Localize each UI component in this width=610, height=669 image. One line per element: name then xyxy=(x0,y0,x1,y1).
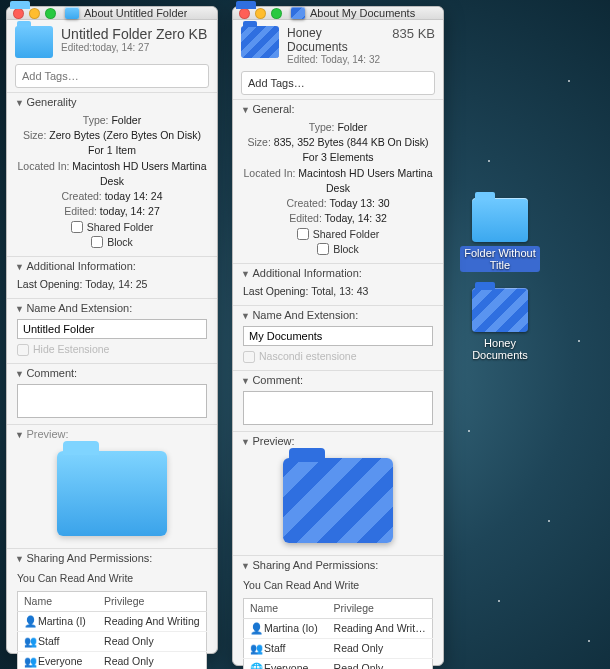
type-label: Type: xyxy=(309,121,335,133)
section-name-ext[interactable]: Name And Extension: xyxy=(233,306,443,324)
desktop-item-label: Folder Without Title xyxy=(460,246,540,272)
minimize-icon[interactable] xyxy=(29,8,40,19)
folder-icon xyxy=(15,26,53,58)
col-name: Name xyxy=(244,598,328,618)
type-value: Folder xyxy=(111,114,141,126)
titlebar[interactable]: About My Documents xyxy=(233,7,443,20)
sharing-note: You Can Read And Write xyxy=(243,576,433,597)
row-priv[interactable]: Read Only xyxy=(328,659,433,669)
edited-label: Edited: xyxy=(64,205,97,217)
size-label: Size: xyxy=(248,136,271,148)
tags-field[interactable] xyxy=(15,64,209,88)
last-open-label: Last Opening: xyxy=(243,285,308,297)
zoom-icon[interactable] xyxy=(45,8,56,19)
type-value: Folder xyxy=(337,121,367,133)
size-value: 835, 352 Bytes (844 KB On Disk) For 3 El… xyxy=(274,136,429,163)
section-general[interactable]: Generality xyxy=(7,93,217,111)
shared-checkbox[interactable] xyxy=(297,228,309,240)
minimize-icon[interactable] xyxy=(255,8,266,19)
section-sharing[interactable]: Sharing And Permissions: xyxy=(7,549,217,567)
desktop-folder-honey-documents[interactable]: Honey Documents xyxy=(460,288,540,362)
block-label: Block xyxy=(333,242,359,257)
row-name: Everyone xyxy=(38,655,82,667)
permissions-table: NamePrivilege 👤Martina (Io)Reading And W… xyxy=(243,598,433,669)
tags-input[interactable] xyxy=(241,71,435,95)
comment-input[interactable] xyxy=(17,384,207,418)
section-additional[interactable]: Additional Information: xyxy=(233,264,443,282)
block-checkbox[interactable] xyxy=(91,236,103,248)
name-input[interactable] xyxy=(17,319,207,339)
row-priv[interactable]: Read Only xyxy=(328,639,433,659)
desktop-folder-no-title[interactable]: Folder Without Title xyxy=(460,198,540,272)
edited-value: Today, 14: 32 xyxy=(325,212,387,224)
section-preview[interactable]: Preview: xyxy=(233,432,443,450)
user-icon: 👤 xyxy=(24,614,36,629)
permissions-table: NamePrivilege 👤Martina (I)Reading And Wr… xyxy=(17,591,207,669)
header-subtitle: Edited:today, 14: 27 xyxy=(61,42,209,53)
header-title: Untitled Folder Zero KB xyxy=(61,26,209,42)
section-additional[interactable]: Additional Information: xyxy=(7,257,217,275)
table-row[interactable]: 👥StaffRead Only xyxy=(244,639,433,659)
location-label: Located In: xyxy=(243,167,295,179)
group-icon: 👥 xyxy=(24,634,36,649)
sharing-note: You Can Read And Write xyxy=(17,569,207,590)
window-title: About Untitled Folder xyxy=(84,7,187,19)
table-row[interactable]: 🌐EveryoneRead Only xyxy=(244,659,433,669)
last-open-value: Today, 14: 25 xyxy=(85,278,147,290)
titlebar-folder-icon xyxy=(65,7,79,19)
location-value: Macintosh HD Users Martina Desk xyxy=(298,167,432,194)
row-priv[interactable]: Read Only xyxy=(98,632,206,652)
section-sharing[interactable]: Sharing And Permissions: xyxy=(233,556,443,574)
created-label: Created: xyxy=(62,190,102,202)
header-size: 835 KB xyxy=(392,26,435,41)
table-row[interactable]: 👤Martina (Io)Reading And Writing xyxy=(244,618,433,638)
table-row[interactable]: 👥StaffRead Only xyxy=(18,632,207,652)
table-row[interactable]: 👤Martina (I)Reading And Writing xyxy=(18,611,207,631)
name-input[interactable] xyxy=(243,326,433,346)
row-name: Staff xyxy=(38,635,59,647)
hide-ext-checkbox xyxy=(17,344,29,356)
titlebar[interactable]: About Untitled Folder xyxy=(7,7,217,20)
created-value: today 14: 24 xyxy=(105,190,163,202)
tags-input[interactable] xyxy=(15,64,209,88)
size-value: Zero Bytes (Zero Bytes On Disk) For 1 It… xyxy=(49,129,201,156)
window-title: About My Documents xyxy=(310,7,415,19)
header-title: Honey Documents xyxy=(287,26,384,54)
section-general[interactable]: General: xyxy=(233,100,443,118)
group-icon: 👥 xyxy=(24,654,36,669)
row-name: Martina (I) xyxy=(38,615,86,627)
close-icon[interactable] xyxy=(13,8,24,19)
section-comment[interactable]: Comment: xyxy=(233,371,443,389)
table-row[interactable]: 👥EveryoneRead Only xyxy=(18,652,207,669)
row-name: Martina (Io) xyxy=(264,622,318,634)
tags-field[interactable] xyxy=(241,71,435,95)
row-name: Everyone xyxy=(264,662,308,669)
preview-folder-icon xyxy=(57,451,167,536)
hide-ext-label: Hide Estensione xyxy=(33,342,109,357)
preview-folder-icon xyxy=(283,458,393,543)
comment-input[interactable] xyxy=(243,391,433,425)
section-preview[interactable]: Preview: xyxy=(7,425,217,443)
shared-checkbox[interactable] xyxy=(71,221,83,233)
folder-icon xyxy=(472,288,528,332)
zoom-icon[interactable] xyxy=(271,8,282,19)
size-label: Size: xyxy=(23,129,46,141)
close-icon[interactable] xyxy=(239,8,250,19)
header-subtitle: Edited: Today, 14: 32 xyxy=(287,54,384,65)
row-priv[interactable]: Read Only xyxy=(98,652,206,669)
last-open-value: Total, 13: 43 xyxy=(311,285,368,297)
location-label: Located In: xyxy=(17,160,69,172)
globe-icon: 🌐 xyxy=(250,661,262,669)
row-priv[interactable]: Reading And Writing xyxy=(328,618,433,638)
row-priv[interactable]: Reading And Writing xyxy=(98,611,206,631)
block-label: Block xyxy=(107,235,133,250)
hide-ext-checkbox xyxy=(243,351,255,363)
block-checkbox[interactable] xyxy=(317,243,329,255)
col-priv: Privilege xyxy=(328,598,433,618)
col-name: Name xyxy=(18,591,99,611)
section-comment[interactable]: Comment: xyxy=(7,364,217,382)
col-priv: Privilege xyxy=(98,591,206,611)
hide-ext-label: Nascondi estensione xyxy=(259,349,356,364)
name-ext-label: Name And Extension: xyxy=(26,302,132,314)
edited-value: today, 14: 27 xyxy=(100,205,160,217)
